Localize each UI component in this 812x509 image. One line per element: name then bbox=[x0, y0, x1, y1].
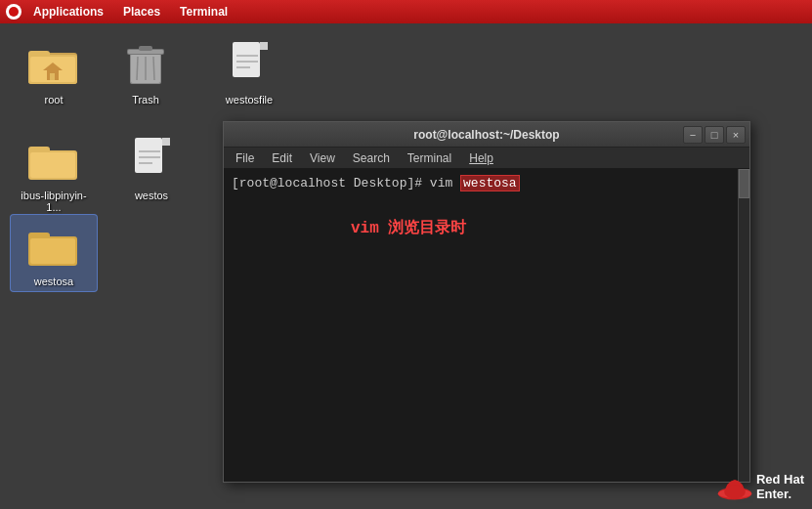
desktop-icon-ibus[interactable]: ibus-libpinyin-1... bbox=[10, 129, 98, 217]
terminal-content[interactable]: [root@localhost Desktop]# vim westosa vi… bbox=[224, 169, 749, 482]
folder-icon-ibus bbox=[26, 133, 81, 188]
terminal-scroll-thumb[interactable] bbox=[739, 169, 749, 198]
trash-icon bbox=[118, 37, 173, 92]
desktop-icon-westosfile[interactable]: westosfile bbox=[205, 33, 293, 109]
redhat-line1: Red Hat bbox=[756, 473, 804, 487]
svg-rect-33 bbox=[30, 238, 75, 264]
menu-help[interactable]: Help bbox=[461, 149, 501, 167]
folder-icon-westosa bbox=[26, 219, 81, 274]
svg-rect-16 bbox=[233, 42, 260, 77]
redhat-hat-icon bbox=[717, 474, 752, 501]
svg-rect-12 bbox=[139, 46, 152, 51]
window-controls: − □ × bbox=[683, 126, 746, 144]
desktop-icon-westosa[interactable]: westosa bbox=[10, 214, 98, 292]
minimize-button[interactable]: − bbox=[683, 126, 703, 144]
desktop-icon-root[interactable]: root bbox=[10, 33, 98, 109]
close-button[interactable]: × bbox=[726, 126, 746, 144]
desktop-icon-trash[interactable]: Trash bbox=[102, 33, 190, 109]
terminal-titlebar: root@localhost:~/Desktop − □ × bbox=[224, 122, 749, 148]
terminal-menubar: File Edit View Search Terminal Help bbox=[224, 148, 749, 169]
terminal-title: root@localhost:~/Desktop bbox=[413, 128, 559, 142]
menu-view[interactable]: View bbox=[302, 149, 343, 167]
taskbar-applications[interactable]: Applications bbox=[25, 3, 111, 21]
icon-label-westosa: westosa bbox=[34, 276, 73, 287]
maximize-button[interactable]: □ bbox=[705, 126, 724, 144]
redhat-logo: Red Hat Enter. bbox=[717, 473, 804, 501]
svg-rect-18 bbox=[260, 42, 268, 50]
svg-rect-24 bbox=[30, 152, 75, 178]
terminal-prompt-line: [root@localhost Desktop]# vim westosa bbox=[232, 175, 742, 191]
file-icon-westos bbox=[124, 133, 179, 188]
menu-terminal[interactable]: Terminal bbox=[400, 149, 459, 167]
svg-rect-7 bbox=[50, 73, 55, 80]
svg-rect-25 bbox=[135, 138, 162, 173]
icon-label-root: root bbox=[45, 94, 64, 106]
svg-point-36 bbox=[724, 485, 746, 498]
icon-label-westosfile: westosfile bbox=[226, 94, 273, 106]
taskbar-places[interactable]: Places bbox=[115, 3, 168, 21]
menu-edit[interactable]: Edit bbox=[264, 149, 300, 167]
taskbar-app-icon bbox=[6, 4, 21, 20]
taskbar-terminal[interactable]: Terminal bbox=[172, 3, 235, 21]
taskbar: Applications Places Terminal bbox=[0, 0, 812, 23]
file-icon-westosfile bbox=[222, 37, 277, 92]
svg-rect-27 bbox=[162, 138, 170, 146]
terminal-scrollbar[interactable] bbox=[738, 169, 749, 482]
svg-line-15 bbox=[153, 57, 154, 80]
icon-label-westos: westos bbox=[135, 190, 168, 201]
svg-line-13 bbox=[137, 57, 138, 80]
icon-label-trash: Trash bbox=[132, 94, 159, 106]
redhat-text: Red Hat Enter. bbox=[756, 473, 804, 501]
icon-label-ibus: ibus-libpinyin-1... bbox=[14, 190, 94, 213]
menu-search[interactable]: Search bbox=[345, 149, 398, 167]
terminal-cmd-arg: westosa bbox=[460, 175, 520, 191]
terminal-cmd-vim: vim bbox=[430, 176, 460, 191]
folder-icon-root bbox=[26, 37, 81, 92]
terminal-window: root@localhost:~/Desktop − □ × File Edit… bbox=[223, 121, 750, 483]
desktop-icon-westos[interactable]: westos bbox=[107, 129, 195, 205]
terminal-prompt: [root@localhost Desktop]# bbox=[232, 176, 430, 191]
desktop: root Trash bbox=[0, 23, 812, 509]
terminal-annotation: vim 浏览目录时 bbox=[351, 218, 466, 238]
menu-file[interactable]: File bbox=[228, 149, 262, 167]
redhat-line2: Enter. bbox=[756, 488, 804, 501]
svg-point-0 bbox=[9, 7, 19, 17]
